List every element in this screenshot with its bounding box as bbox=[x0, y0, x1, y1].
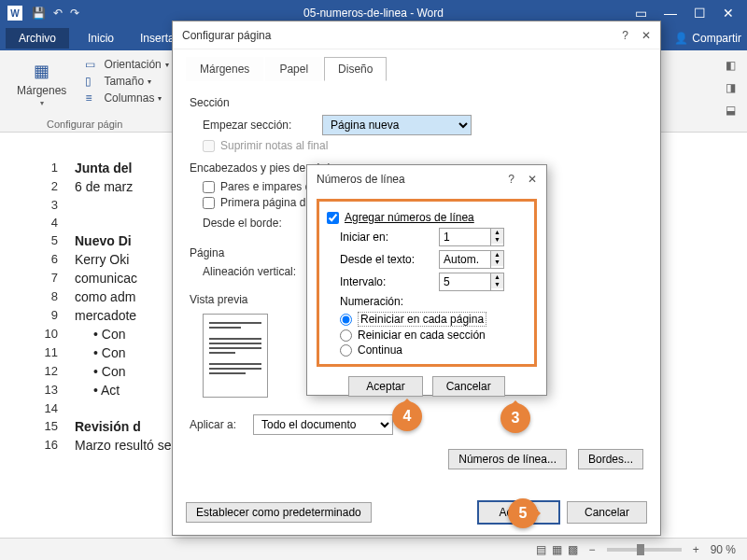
ribbon-options-icon[interactable]: ▭ bbox=[635, 6, 647, 21]
interval-input[interactable] bbox=[439, 273, 491, 291]
spin-up-icon[interactable]: ▲ bbox=[491, 229, 503, 236]
set-default-button[interactable]: Establecer como predeterminado bbox=[186, 502, 372, 523]
undo-icon[interactable]: ↶ bbox=[53, 7, 63, 20]
line-text: Act bbox=[93, 383, 120, 398]
ribbon-icon-1[interactable]: ◧ bbox=[721, 56, 740, 75]
callout-4: 4 bbox=[392, 401, 422, 431]
add-line-numbers-checkbox[interactable] bbox=[327, 212, 339, 224]
line-number: 14 bbox=[37, 401, 58, 415]
continuous-radio[interactable] bbox=[340, 344, 352, 357]
add-line-numbers-label: Agregar números de línea bbox=[345, 211, 474, 224]
maximize-icon[interactable]: ☐ bbox=[694, 6, 706, 21]
line-number: 12 bbox=[37, 364, 58, 378]
line-numbers-dialog: Números de línea ? ✕ Agregar números de … bbox=[306, 164, 547, 396]
start-at-input[interactable] bbox=[439, 228, 491, 246]
window-title: 05-numeros-de-linea - Word bbox=[303, 7, 444, 20]
web-layout-icon[interactable]: ▩ bbox=[568, 543, 578, 556]
dialog-footer: Establecer como predeterminado Aceptar C… bbox=[186, 501, 647, 524]
tab-file[interactable]: Archivo bbox=[6, 28, 69, 49]
line-number: 7 bbox=[37, 271, 58, 285]
size-label: Tamaño bbox=[104, 75, 144, 88]
line-number: 5 bbox=[37, 233, 58, 247]
spin-up-icon[interactable]: ▲ bbox=[491, 251, 503, 259]
zoom-level[interactable]: 90 % bbox=[711, 543, 736, 556]
margins-group: ▦ Márgenes ▾ bbox=[7, 54, 76, 128]
highlighted-area: Agregar números de línea Iniciar en: ▲▼ … bbox=[317, 199, 537, 367]
line-text: 6 de marz bbox=[75, 179, 133, 194]
help-icon[interactable]: ? bbox=[622, 29, 628, 42]
close-icon[interactable]: ✕ bbox=[641, 29, 651, 42]
tab-layout[interactable]: Diseño bbox=[324, 57, 387, 81]
interval-label: Intervalo: bbox=[340, 275, 433, 288]
apply-to-select[interactable]: Todo el documento bbox=[253, 414, 393, 435]
odd-even-checkbox[interactable] bbox=[203, 181, 215, 193]
start-section-select[interactable]: Página nueva bbox=[322, 115, 472, 135]
print-layout-icon[interactable]: ▦ bbox=[552, 543, 562, 556]
line-number: 10 bbox=[37, 327, 58, 341]
read-mode-icon[interactable]: ▤ bbox=[536, 543, 546, 556]
spin-down-icon[interactable]: ▼ bbox=[491, 259, 503, 266]
numbering-radio-group: Reiniciar en cada página Reiniciar en ca… bbox=[340, 312, 527, 357]
tab-paper[interactable]: Papel bbox=[265, 57, 322, 81]
first-page-label: Primera página d bbox=[220, 196, 305, 209]
line-number: 16 bbox=[37, 438, 58, 452]
line-number: 13 bbox=[37, 383, 58, 397]
group-label: Configurar págin bbox=[47, 119, 122, 130]
borders-button[interactable]: Bordes... bbox=[578, 449, 643, 469]
line-numbers-button[interactable]: Números de línea... bbox=[448, 449, 567, 469]
start-at-label: Iniciar en: bbox=[340, 231, 433, 244]
start-section-label: Empezar sección: bbox=[203, 119, 315, 132]
size-icon: ▯ bbox=[85, 75, 100, 88]
share-button[interactable]: 👤 Compartir bbox=[674, 32, 741, 45]
share-label: Compartir bbox=[692, 32, 741, 45]
tab-home[interactable]: Inicio bbox=[80, 28, 121, 49]
line-text: Con bbox=[93, 327, 125, 342]
restart-page-label: Reiniciar en cada página bbox=[358, 312, 486, 327]
columns-button[interactable]: ≡Columnas▾ bbox=[85, 90, 168, 106]
view-buttons: ▤ ▦ ▩ bbox=[536, 543, 578, 556]
zoom-slider[interactable] bbox=[607, 548, 682, 552]
close-icon[interactable]: ✕ bbox=[723, 6, 734, 21]
line-number: 6 bbox=[37, 252, 58, 266]
cancel-button[interactable]: Cancelar bbox=[432, 376, 505, 397]
help-icon[interactable]: ? bbox=[508, 173, 514, 186]
share-icon: 👤 bbox=[674, 32, 688, 45]
zoom-out-icon[interactable]: − bbox=[589, 543, 596, 556]
size-button[interactable]: ▯Tamaño▾ bbox=[85, 73, 168, 90]
line-text: Nuevo Di bbox=[75, 233, 132, 248]
from-text-label: Desde el texto: bbox=[340, 253, 433, 266]
suppress-endnotes-checkbox[interactable] bbox=[203, 140, 215, 152]
apply-to-label: Aplicar a: bbox=[190, 418, 246, 431]
tab-margins[interactable]: Márgenes bbox=[186, 57, 263, 81]
ribbon-icon-2[interactable]: ◨ bbox=[721, 78, 740, 97]
restart-section-radio[interactable] bbox=[340, 329, 352, 342]
line-text: Revisión d bbox=[75, 419, 141, 434]
margins-button[interactable]: ▦ Márgenes ▾ bbox=[13, 56, 70, 111]
restart-page-radio[interactable] bbox=[340, 314, 352, 326]
dialog-title: Números de línea bbox=[317, 173, 405, 186]
line-text: Con bbox=[93, 364, 125, 379]
line-text: mercadote bbox=[75, 308, 136, 323]
callout-3: 3 bbox=[500, 403, 530, 433]
spin-up-icon[interactable]: ▲ bbox=[491, 273, 503, 281]
from-text-input[interactable] bbox=[439, 250, 491, 269]
orientation-icon: ▭ bbox=[85, 58, 100, 71]
margins-label: Márgenes bbox=[17, 84, 66, 97]
save-icon[interactable]: 💾 bbox=[32, 7, 46, 20]
minimize-icon[interactable]: ― bbox=[664, 6, 677, 21]
cancel-button[interactable]: Cancelar bbox=[567, 501, 647, 524]
from-edge-label: Desde el borde: bbox=[203, 217, 315, 230]
close-icon[interactable]: ✕ bbox=[528, 173, 537, 186]
redo-icon[interactable]: ↷ bbox=[70, 7, 79, 20]
spin-down-icon[interactable]: ▼ bbox=[491, 281, 503, 288]
ribbon-icon-3[interactable]: ⬓ bbox=[721, 101, 740, 119]
statusbar: ▤ ▦ ▩ − + 90 % bbox=[0, 538, 747, 560]
line-text: Junta del bbox=[75, 161, 132, 175]
zoom-in-icon[interactable]: + bbox=[693, 543, 699, 556]
odd-even-label: Pares e impares d bbox=[220, 180, 311, 193]
spin-down-icon[interactable]: ▼ bbox=[491, 236, 503, 244]
continuous-label: Continua bbox=[358, 343, 402, 357]
orientation-button[interactable]: ▭Orientación▾ bbox=[85, 56, 168, 73]
line-number: 4 bbox=[37, 216, 58, 230]
first-page-checkbox[interactable] bbox=[203, 197, 215, 209]
